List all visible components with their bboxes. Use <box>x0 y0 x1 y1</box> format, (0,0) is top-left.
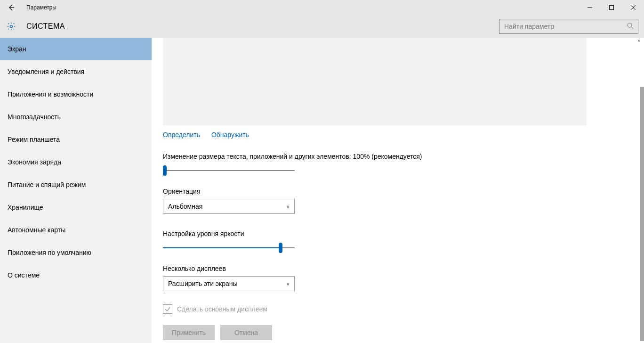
minimize-button[interactable] <box>579 0 601 15</box>
sidebar-item-power[interactable]: Питание и спящий режим <box>0 173 152 196</box>
search-input[interactable] <box>504 23 633 30</box>
settings-icon <box>0 22 23 31</box>
sidebar-item-apps[interactable]: Приложения и возможности <box>0 83 152 106</box>
scale-slider[interactable] <box>163 165 295 176</box>
slider-track <box>163 170 295 171</box>
page-title: СИСТЕМА <box>23 22 65 31</box>
scroll-up-icon[interactable]: ▴ <box>638 38 643 42</box>
primary-display-checkbox[interactable] <box>163 304 172 314</box>
chevron-down-icon: ∨ <box>286 204 290 209</box>
identify-link[interactable]: Определить <box>163 131 200 139</box>
multi-display-value: Расширить эти экраны <box>168 280 238 287</box>
slider-thumb[interactable] <box>163 165 167 176</box>
sidebar-item-display[interactable]: Экран <box>0 38 152 60</box>
sidebar-item-tablet[interactable]: Режим планшета <box>0 128 152 151</box>
svg-line-6 <box>631 27 633 29</box>
search-icon <box>627 22 634 32</box>
slider-thumb[interactable] <box>279 243 282 253</box>
sidebar-item-label: Уведомления и действия <box>8 68 84 75</box>
sidebar-item-about[interactable]: О системе <box>0 264 152 286</box>
apply-button-label: Применить <box>172 329 206 336</box>
svg-point-5 <box>628 23 632 27</box>
sidebar-item-label: Хранилище <box>8 204 43 211</box>
link-row: Определить Обнаружить <box>163 131 633 139</box>
sidebar-item-notifications[interactable]: Уведомления и действия <box>0 60 152 83</box>
content: Определить Обнаружить Изменение размера … <box>152 38 644 343</box>
sidebar-item-label: Экономия заряда <box>8 158 61 166</box>
sidebar-item-label: О системе <box>8 271 40 279</box>
display-preview[interactable] <box>163 38 587 125</box>
sidebar: Экран Уведомления и действия Приложения … <box>0 38 152 343</box>
svg-rect-1 <box>610 6 614 10</box>
window-title: Параметры <box>23 4 56 11</box>
apply-button[interactable]: Применить <box>163 325 215 340</box>
sidebar-item-multitasking[interactable]: Многозадачность <box>0 106 152 128</box>
orientation-select[interactable]: Альбомная ∨ <box>163 199 295 214</box>
sidebar-item-battery[interactable]: Экономия заряда <box>0 151 152 173</box>
body: Экран Уведомления и действия Приложения … <box>0 38 644 343</box>
svg-point-4 <box>10 25 13 28</box>
search-box[interactable] <box>499 19 638 34</box>
sidebar-item-storage[interactable]: Хранилище <box>0 196 152 219</box>
multi-display-select[interactable]: Расширить эти экраны ∨ <box>163 276 295 291</box>
check-icon <box>164 306 171 312</box>
chevron-down-icon: ∨ <box>286 281 290 286</box>
sidebar-item-label: Режим планшета <box>8 136 60 143</box>
brightness-slider[interactable] <box>163 242 295 253</box>
multi-display-label: Несколько дисплеев <box>163 265 633 272</box>
button-row: Применить Отмена <box>163 325 633 340</box>
detect-link[interactable]: Обнаружить <box>211 131 249 139</box>
sidebar-item-label: Питание и спящий режим <box>8 181 86 188</box>
sidebar-item-default-apps[interactable]: Приложения по умолчанию <box>0 241 152 264</box>
sidebar-item-label: Многозадачность <box>8 113 61 121</box>
titlebar: Параметры <box>0 0 644 15</box>
primary-display-checkbox-label: Сделать основным дисплеем <box>177 305 267 313</box>
brightness-label: Настройка уровня яркости <box>163 230 633 237</box>
page-scrollbar-thumb[interactable] <box>640 87 644 341</box>
orientation-value: Альбомная <box>168 203 202 210</box>
scale-label: Изменение размера текста, приложений и д… <box>163 153 633 160</box>
cancel-button[interactable]: Отмена <box>220 325 272 340</box>
close-button[interactable] <box>622 0 644 15</box>
sidebar-item-label: Приложения и возможности <box>8 90 93 98</box>
sidebar-item-label: Экран <box>8 45 26 53</box>
maximize-button[interactable] <box>601 0 622 15</box>
header: СИСТЕМА <box>0 15 644 38</box>
window-controls <box>579 0 644 15</box>
sidebar-item-label: Приложения по умолчанию <box>8 249 91 256</box>
orientation-label: Ориентация <box>163 188 633 195</box>
slider-fill <box>163 247 279 248</box>
cancel-button-label: Отмена <box>234 329 258 336</box>
sidebar-item-label: Автономные карты <box>8 226 65 234</box>
sidebar-item-maps[interactable]: Автономные карты <box>0 219 152 241</box>
back-button[interactable] <box>0 0 23 15</box>
primary-display-checkbox-row: Сделать основным дисплеем <box>163 304 633 314</box>
